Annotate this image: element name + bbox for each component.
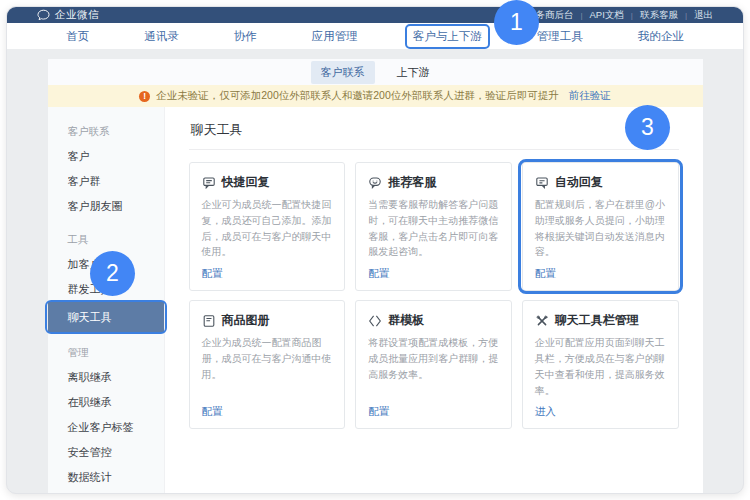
- card-header: 群模板: [368, 312, 500, 329]
- sidebar-item-customer-groups[interactable]: 客户群: [48, 169, 164, 194]
- nav-label: 客户与上下游: [413, 30, 482, 42]
- sidebar-item-add-customer[interactable]: 加客户: [48, 252, 164, 277]
- card-header: 聊天工具栏管理: [535, 312, 667, 329]
- nav-contacts[interactable]: 通讯录: [144, 29, 179, 44]
- topbar: 企业微信 服务商后台 | API文档 | 联系客服 | 退出: [7, 7, 743, 23]
- card-header: 推荐客服: [368, 174, 500, 191]
- tabbar: 客户联系 上下游: [48, 59, 703, 85]
- tab-updownstream[interactable]: 上下游: [387, 61, 440, 84]
- spacer: [7, 49, 743, 59]
- main-content: 聊天工具 快捷回复: [165, 107, 703, 493]
- sidebar-item-label: 聊天工具: [68, 311, 112, 323]
- configure-link[interactable]: 配置: [202, 405, 334, 419]
- card-description: 配置规则后，客户在群里@小助理或服务人员提问，小助理将根据关键词自动发送消息内容…: [535, 197, 667, 260]
- card-title: 推荐客服: [388, 174, 436, 191]
- app-logo: 企业微信: [37, 8, 99, 22]
- nav-home[interactable]: 首页: [66, 29, 89, 44]
- card-group-template: 群模板 将群设置项配置成模板，方便成员批量应用到客户群聊，提高服务效率。 配置: [355, 300, 512, 429]
- card-header: 自动回复: [535, 174, 667, 191]
- card-recommend-service: 推荐客服 当需要客服帮助解答客户问题时，可在聊天中主动推荐微信客服，客户点击名片…: [355, 162, 512, 291]
- divider: |: [631, 11, 633, 20]
- sidebar-item-security-control[interactable]: 安全管控: [48, 440, 164, 465]
- group-template-icon: [368, 314, 382, 328]
- card-description: 当需要客服帮助解答客户问题时，可在聊天中主动推荐微信客服，客户点击名片即可向客服…: [368, 197, 500, 260]
- card-description: 企业可为成员统一配置快捷回复，成员还可自己添加。添加后，成员可在与客户的聊天中使…: [202, 197, 334, 260]
- sidebar-group-management: 管理 离职继承 在职继承 企业客户标签 安全管控 数据统计: [48, 340, 164, 490]
- chat-toolbar-icon: [535, 314, 549, 328]
- configure-link[interactable]: 配置: [368, 405, 500, 419]
- card-auto-reply: 自动回复 配置规则后，客户在群里@小助理或服务人员提问，小助理将根据关键词自动发…: [522, 162, 679, 291]
- sidebar-item-chat-tools[interactable]: 聊天工具: [48, 302, 164, 332]
- sidebar-item-data-statistics[interactable]: 数据统计: [48, 465, 164, 490]
- divider: |: [685, 11, 687, 20]
- card-title: 聊天工具栏管理: [555, 312, 639, 329]
- logo-text: 企业微信: [55, 8, 99, 22]
- content-row: 客户联系 客户 客户群 客户朋友圈 工具 加客户 群发工具 聊天工具 管理: [48, 107, 703, 493]
- app-window: 企业微信 服务商后台 | API文档 | 联系客服 | 退出 首页 通讯录 协作…: [6, 6, 744, 494]
- api-docs-link[interactable]: API文档: [590, 9, 624, 22]
- nav-my-company[interactable]: 我的企业: [638, 29, 684, 44]
- configure-link[interactable]: 配置: [202, 267, 334, 281]
- configure-link[interactable]: 配置: [535, 267, 667, 281]
- sidebar: 客户联系 客户 客户群 客户朋友圈 工具 加客户 群发工具 聊天工具 管理: [48, 107, 165, 493]
- card-header: 商品图册: [202, 312, 334, 329]
- sidebar-item-customer-moments[interactable]: 客户朋友圈: [48, 194, 164, 219]
- sidebar-item-customers[interactable]: 客户: [48, 144, 164, 169]
- quick-reply-icon: [202, 176, 216, 190]
- nav-management-tools[interactable]: 管理工具: [537, 29, 583, 44]
- tab-customer-contact[interactable]: 客户联系: [311, 61, 375, 84]
- card-chat-toolbar: 聊天工具栏管理 企业可配置应用页面到聊天工具栏，方便成员在与客户的聊天中查看和使…: [522, 300, 679, 429]
- configure-link[interactable]: 配置: [368, 267, 500, 281]
- card-description: 企业可配置应用页面到聊天工具栏，方便成员在与客户的聊天中查看和使用，提高服务效率…: [535, 335, 667, 398]
- card-title: 群模板: [388, 312, 424, 329]
- card-quick-reply: 快捷回复 企业可为成员统一配置快捷回复，成员还可自己添加。添加后，成员可在与客户…: [189, 162, 346, 291]
- sidebar-item-customer-tags[interactable]: 企业客户标签: [48, 415, 164, 440]
- cards-grid: 快捷回复 企业可为成员统一配置快捷回复，成员还可自己添加。添加后，成员可在与客户…: [189, 162, 679, 429]
- sidebar-group-header: 工具: [48, 227, 164, 252]
- service-provider-link[interactable]: 服务商后台: [526, 9, 574, 22]
- nav-customers-updownstream[interactable]: 客户与上下游: [413, 29, 482, 44]
- card-description: 企业为成员统一配置商品图册，成员可在与客户沟通中使用。: [202, 335, 334, 382]
- sidebar-item-onjob-inheritance[interactable]: 在职继承: [48, 390, 164, 415]
- sidebar-item-group-send[interactable]: 群发工具: [48, 277, 164, 302]
- divider: |: [580, 11, 582, 20]
- card-header: 快捷回复: [202, 174, 334, 191]
- card-title: 快捷回复: [222, 174, 270, 191]
- recommend-service-icon: [368, 176, 382, 190]
- sidebar-group-tools: 工具 加客户 群发工具 聊天工具: [48, 227, 164, 332]
- sidebar-item-resigned-inheritance[interactable]: 离职继承: [48, 365, 164, 390]
- product-album-icon: [202, 314, 216, 328]
- logout-link[interactable]: 退出: [694, 9, 713, 22]
- content-wrapper: 客户联系 上下游 ! 企业未验证，仅可添加200位外部联系人和邀请200位外部联…: [48, 59, 703, 493]
- sidebar-group-header: 管理: [48, 340, 164, 365]
- chat-bubble-logo-icon: [37, 9, 50, 21]
- sidebar-group-header: 客户联系: [48, 119, 164, 144]
- card-title: 商品图册: [222, 312, 270, 329]
- card-title: 自动回复: [555, 174, 603, 191]
- go-verify-link[interactable]: 前往验证: [569, 89, 611, 103]
- card-description: 将群设置项配置成模板，方便成员批量应用到客户群聊，提高服务效率。: [368, 335, 500, 382]
- nav-collaboration[interactable]: 协作: [234, 29, 257, 44]
- nav-app-management[interactable]: 应用管理: [312, 29, 358, 44]
- verification-banner: ! 企业未验证，仅可添加200位外部联系人和邀请200位外部联系人进群，验证后即…: [48, 85, 703, 107]
- banner-text: 企业未验证，仅可添加200位外部联系人和邀请200位外部联系人进群，验证后即可提…: [156, 89, 559, 103]
- main-navbar: 首页 通讯录 协作 应用管理 客户与上下游 管理工具 我的企业: [7, 23, 743, 49]
- auto-reply-icon: [535, 176, 549, 190]
- warning-icon: !: [139, 91, 150, 102]
- contact-support-link[interactable]: 联系客服: [640, 9, 678, 22]
- sidebar-group-customer-contact: 客户联系 客户 客户群 客户朋友圈: [48, 119, 164, 219]
- card-product-album: 商品图册 企业为成员统一配置商品图册，成员可在与客户沟通中使用。 配置: [189, 300, 346, 429]
- topbar-links: 服务商后台 | API文档 | 联系客服 | 退出: [526, 9, 713, 22]
- page-title: 聊天工具: [189, 115, 679, 150]
- enter-link[interactable]: 进入: [535, 405, 667, 419]
